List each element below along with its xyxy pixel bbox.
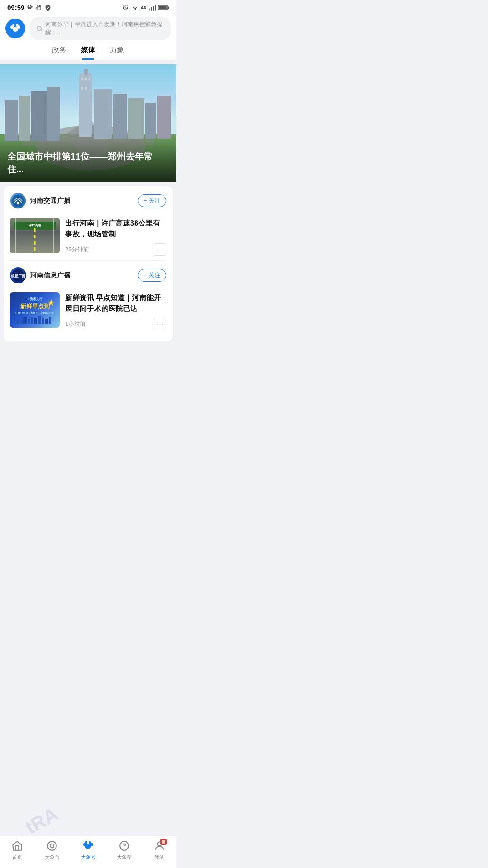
publisher-name-1: 河南交通广播 [30, 197, 70, 205]
svg-rect-37 [85, 78, 87, 80]
svg-rect-47 [23, 317, 27, 324]
svg-rect-29 [79, 73, 92, 137]
svg-rect-10 [155, 5, 156, 10]
header: 河南你早｜甲流进入高发期！河南疾控紧急提醒；... [0, 13, 176, 40]
svg-rect-7 [149, 8, 150, 10]
svg-rect-12 [168, 6, 169, 9]
tab-wanxiang[interactable]: 万象 [110, 46, 124, 60]
app-logo[interactable] [5, 19, 25, 38]
tab-meiti[interactable]: 媒体 [81, 46, 95, 60]
search-placeholder-text: 河南你早｜甲流进入高发期！河南疾控紧急提醒；... [45, 20, 164, 37]
hero-image: 全国城市中排第11位——郑州去年常住... [0, 64, 176, 182]
svg-point-17 [12, 24, 14, 27]
svg-rect-26 [19, 96, 30, 141]
svg-rect-46 [20, 318, 23, 324]
svg-rect-38 [89, 78, 90, 80]
svg-point-41 [12, 195, 24, 207]
news-item-2[interactable]: « 资讯先行 新鲜早点到 FM105.6 FM97.8 7:00-8:00 [10, 288, 166, 335]
svg-rect-48 [28, 319, 30, 324]
svg-rect-49 [31, 317, 33, 324]
svg-rect-50 [34, 318, 37, 324]
news-title-2: 新鲜资讯 早点知道｜河南能开展日间手术的医院已达 [65, 292, 166, 314]
svg-rect-28 [47, 87, 60, 141]
svg-point-3 [28, 5, 30, 6]
svg-point-19 [37, 26, 41, 30]
svg-point-0 [28, 7, 32, 9]
status-bar: 09:59 46 [0, 0, 176, 13]
signal-icon [149, 4, 156, 11]
battery-icon [158, 5, 169, 11]
4g-badge: 46 [141, 5, 146, 10]
paw-icon [26, 4, 33, 11]
publisher-row-1: 河南交通广播 + 关注 [10, 193, 166, 209]
publisher-name-2: 河南信息广播 [30, 271, 70, 280]
news-title-1: 出行河南｜许广高速38公里有事故，现场管制 [65, 218, 166, 240]
divider [10, 260, 166, 261]
shield-icon [44, 4, 52, 11]
svg-rect-8 [151, 7, 152, 10]
news-cards-container: 河南交通广播 + 关注 许广高速 出行河南｜许广高速38公里有事故，现场管制 2… [4, 186, 173, 341]
news-time-1: 25分钟前 [65, 245, 89, 254]
svg-point-6 [135, 9, 135, 10]
svg-rect-32 [113, 94, 127, 139]
status-time: 09:59 [7, 4, 24, 11]
svg-text:信息广播: 信息广播 [11, 274, 25, 278]
svg-rect-34 [145, 103, 156, 139]
svg-rect-36 [81, 78, 83, 80]
svg-rect-54 [49, 317, 51, 324]
news-item-1[interactable]: 许广高速 出行河南｜许广高速38公里有事故，现场管制 25分钟前 ⋯ [10, 213, 166, 260]
svg-point-4 [30, 5, 32, 6]
news-thumb-2: « 资讯先行 新鲜早点到 FM105.6 FM97.8 7:00-8:00 [10, 292, 60, 328]
svg-rect-13 [159, 6, 167, 9]
hero-banner[interactable]: 全国城市中排第11位——郑州去年常住... [0, 64, 176, 182]
svg-rect-45 [17, 319, 19, 324]
follow-btn-1[interactable]: + 关注 [138, 194, 166, 207]
publisher-avatar-traffic [10, 193, 26, 209]
svg-point-14 [13, 27, 19, 32]
svg-rect-39 [81, 87, 83, 90]
news-thumb-1: 许广高速 [10, 218, 60, 253]
publisher-block-1: 河南交通广播 + 关注 许广高速 出行河南｜许广高速38公里有事故，现场管制 2… [10, 193, 166, 260]
publisher-avatar-info: 信息广播 [10, 267, 26, 283]
svg-rect-25 [5, 100, 18, 141]
svg-rect-53 [45, 319, 48, 324]
svg-rect-27 [31, 91, 47, 141]
news-time-2: 1小时前 [65, 320, 86, 328]
svg-rect-51 [38, 316, 41, 324]
svg-rect-40 [85, 87, 87, 90]
tabs-bar: 政务 媒体 万象 [0, 40, 176, 60]
svg-point-18 [16, 24, 19, 27]
tab-zhengwu[interactable]: 政务 [52, 46, 66, 60]
svg-rect-30 [84, 69, 88, 75]
hand-icon [35, 4, 42, 11]
hero-caption: 全国城市中排第11位——郑州去年常住... [0, 139, 176, 182]
svg-rect-35 [157, 96, 171, 139]
wifi-icon [131, 4, 139, 11]
search-icon [36, 25, 42, 32]
search-bar[interactable]: 河南你早｜甲流进入高发期！河南疾控紧急提醒；... [30, 17, 171, 40]
publisher-block-2: 信息广播 河南信息广播 + 关注 « 资讯先行 新鲜早点到 FM105.6 FM… [10, 267, 166, 335]
follow-btn-2[interactable]: + 关注 [138, 269, 166, 282]
svg-rect-52 [42, 318, 44, 324]
publisher-row-2: 信息广播 河南信息广播 + 关注 [10, 267, 166, 283]
more-icon-1[interactable]: ⋯ [154, 243, 166, 256]
svg-point-42 [17, 202, 19, 204]
svg-rect-9 [153, 6, 154, 11]
more-icon-2[interactable]: ⋯ [154, 318, 166, 330]
alarm-icon [122, 4, 129, 11]
svg-rect-33 [128, 98, 144, 139]
svg-rect-31 [94, 89, 112, 139]
